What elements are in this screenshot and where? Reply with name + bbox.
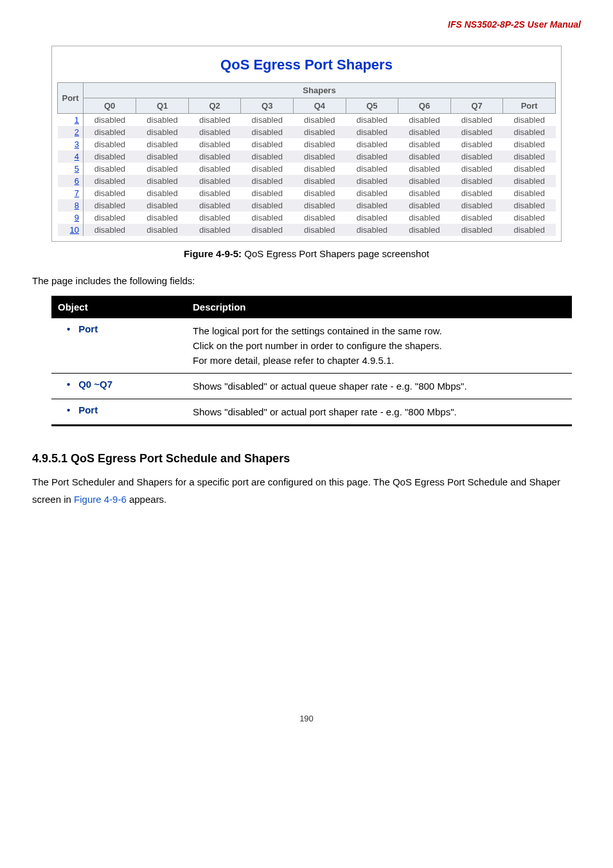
shapers-col-Q1: Q1	[136, 98, 189, 114]
figure-caption: Figure 4-9-5: QoS Egress Port Shapers pa…	[32, 248, 581, 259]
port-link[interactable]: 9	[58, 212, 84, 224]
description-cell: The logical port for the settings contai…	[186, 318, 572, 374]
shaper-value: disabled	[188, 199, 241, 212]
shaper-value: disabled	[188, 114, 241, 127]
shapers-col-Q0: Q0	[84, 98, 136, 114]
shaper-value: disabled	[346, 138, 398, 150]
shaper-value: disabled	[241, 126, 294, 138]
shaper-value: disabled	[398, 114, 451, 127]
shaper-value: disabled	[450, 199, 503, 212]
shaper-value: disabled	[398, 175, 451, 187]
shapers-screenshot-box: QoS Egress Port Shapers Port Shapers Q0Q…	[51, 46, 562, 242]
port-link[interactable]: 5	[58, 163, 84, 175]
shaper-value: disabled	[294, 199, 346, 212]
shaper-value: disabled	[136, 150, 189, 163]
shaper-value: disabled	[346, 114, 398, 127]
port-link[interactable]: 2	[58, 126, 84, 138]
shaper-value: disabled	[136, 199, 189, 212]
object-row: • PortShows "disabled" or actual port sh…	[51, 399, 572, 426]
shaper-value: disabled	[188, 138, 241, 150]
shaper-value: disabled	[84, 187, 136, 199]
shaper-value: disabled	[136, 187, 189, 199]
shaper-value: disabled	[503, 114, 556, 127]
shaper-value: disabled	[294, 138, 346, 150]
figure-caption-text: QoS Egress Port Shapers page screenshot	[242, 248, 429, 259]
shaper-value: disabled	[294, 212, 346, 224]
shaper-value: disabled	[398, 224, 451, 236]
shapers-col-Q3: Q3	[241, 98, 294, 114]
figure-caption-bold: Figure 4-9-5:	[184, 248, 242, 259]
shaper-value: disabled	[450, 138, 503, 150]
shaper-value: disabled	[294, 114, 346, 127]
shaper-value: disabled	[450, 126, 503, 138]
port-link[interactable]: 6	[58, 175, 84, 187]
shaper-value: disabled	[84, 175, 136, 187]
shaper-value: disabled	[346, 126, 398, 138]
shaper-value: disabled	[136, 224, 189, 236]
shapers-col-Q5: Q5	[346, 98, 398, 114]
shaper-value: disabled	[346, 199, 398, 212]
shaper-value: disabled	[450, 150, 503, 163]
shaper-value: disabled	[188, 224, 241, 236]
port-link[interactable]: 1	[58, 114, 84, 127]
shaper-value: disabled	[450, 224, 503, 236]
shaper-value: disabled	[503, 187, 556, 199]
bullet-icon: •	[67, 404, 76, 415]
shaper-value: disabled	[450, 163, 503, 175]
shapers-col-Q4: Q4	[294, 98, 346, 114]
shaper-value: disabled	[450, 212, 503, 224]
shaper-value: disabled	[398, 187, 451, 199]
page-number: 190	[32, 714, 581, 723]
shapers-row: 4disableddisableddisableddisableddisable…	[58, 150, 556, 163]
shaper-value: disabled	[241, 163, 294, 175]
bullet-icon: •	[67, 379, 76, 390]
shapers-group-header: Shapers	[84, 83, 556, 98]
shapers-row: 9disableddisableddisableddisableddisable…	[58, 212, 556, 224]
shaper-value: disabled	[136, 175, 189, 187]
port-link[interactable]: 7	[58, 187, 84, 199]
shaper-value: disabled	[241, 199, 294, 212]
description-line: Shows "disabled" or actual queue shaper …	[193, 379, 565, 393]
shaper-value: disabled	[346, 163, 398, 175]
port-link[interactable]: 8	[58, 199, 84, 212]
shaper-value: disabled	[136, 138, 189, 150]
port-link[interactable]: 10	[58, 224, 84, 236]
shaper-value: disabled	[346, 187, 398, 199]
shaper-value: disabled	[398, 212, 451, 224]
shaper-value: disabled	[136, 114, 189, 127]
shapers-row: 3disableddisableddisableddisableddisable…	[58, 138, 556, 150]
description-line: For more detail, please refer to chapter…	[193, 353, 565, 368]
shaper-value: disabled	[294, 150, 346, 163]
object-cell: • Port	[51, 399, 186, 426]
shaper-value: disabled	[294, 126, 346, 138]
shaper-value: disabled	[450, 114, 503, 127]
port-link[interactable]: 4	[58, 150, 84, 163]
document-header: IFS NS3502-8P-2S User Manual	[32, 19, 581, 30]
shaper-value: disabled	[346, 212, 398, 224]
shaper-value: disabled	[84, 224, 136, 236]
intro-text: The page includes the following fields:	[32, 275, 581, 286]
port-link[interactable]: 3	[58, 138, 84, 150]
description-line: Click on the port number in order to con…	[193, 338, 565, 353]
object-cell: • Q0 ~Q7	[51, 374, 186, 399]
shapers-row: 2disableddisableddisableddisableddisable…	[58, 126, 556, 138]
shapers-table: Port Shapers Q0Q1Q2Q3Q4Q5Q6Q7Port 1disab…	[57, 82, 556, 236]
shaper-value: disabled	[503, 138, 556, 150]
description-cell: Shows "disabled" or actual port shaper r…	[186, 399, 572, 426]
shaper-value: disabled	[188, 187, 241, 199]
shaper-value: disabled	[84, 199, 136, 212]
section-text-b: appears.	[127, 494, 167, 505]
shaper-value: disabled	[188, 163, 241, 175]
object-row: • Q0 ~Q7Shows "disabled" or actual queue…	[51, 374, 572, 399]
object-label: Port	[76, 404, 98, 415]
shapers-row: 5disableddisableddisableddisableddisable…	[58, 163, 556, 175]
shaper-value: disabled	[503, 212, 556, 224]
shaper-value: disabled	[136, 212, 189, 224]
object-label: Q0 ~Q7	[76, 379, 112, 390]
object-row: • PortThe logical port for the settings …	[51, 318, 572, 374]
shaper-value: disabled	[398, 150, 451, 163]
shaper-value: disabled	[241, 175, 294, 187]
shaper-value: disabled	[84, 114, 136, 127]
shaper-value: disabled	[503, 199, 556, 212]
description-line: Shows "disabled" or actual port shaper r…	[193, 404, 565, 419]
